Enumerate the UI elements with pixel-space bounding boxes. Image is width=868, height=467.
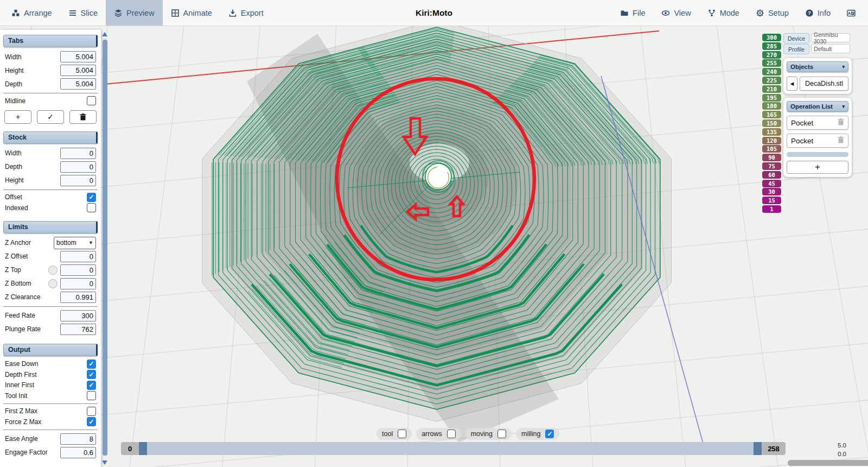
add-tab-button[interactable]: +	[4, 110, 31, 124]
operation-item-pocket-1[interactable]: Pocket	[787, 134, 848, 148]
z-level-45[interactable]: 45	[762, 180, 781, 187]
z-level-30[interactable]: 30	[762, 188, 781, 195]
trash-icon[interactable]	[838, 118, 844, 128]
operation-item-pocket-0[interactable]: Pocket	[787, 116, 848, 130]
confirm-tabs-button[interactable]: ✓	[37, 110, 64, 124]
timeline-slider[interactable]: 0 258	[121, 442, 786, 455]
readout-bottom: 0.0	[811, 450, 846, 458]
row-engage-factor: Engage Factor	[3, 446, 98, 459]
offset-checkbox[interactable]	[87, 193, 96, 202]
z-bottom-label: Z Bottom	[5, 280, 31, 287]
z-level-165[interactable]: 165	[762, 111, 781, 118]
milling-checkbox[interactable]	[545, 430, 554, 438]
z-clearance-input[interactable]	[60, 292, 96, 303]
tool-init-checkbox[interactable]	[87, 391, 96, 400]
depth-first-checkbox[interactable]	[87, 370, 96, 379]
arrows-checkbox[interactable]	[447, 430, 456, 438]
panel-header-limits[interactable]: Limits	[3, 221, 98, 234]
profile-value[interactable]: Default	[811, 44, 850, 53]
z-level-1[interactable]: 1	[762, 205, 781, 213]
toolbar-info-button[interactable]: ?Info	[797, 0, 839, 26]
toolbar-preview-button[interactable]: Preview	[106, 0, 163, 26]
height-input[interactable]	[60, 65, 96, 76]
slider-left-handle[interactable]	[139, 442, 147, 455]
arrange-icon	[11, 9, 20, 17]
z-level-300[interactable]: 300	[762, 34, 781, 41]
z-level-75[interactable]: 75	[762, 162, 781, 170]
z-anchor-select[interactable]: bottom▼	[54, 237, 96, 249]
width-input[interactable]	[60, 51, 96, 62]
kirimoto-app: ArrangeSlicePreviewAnimateExport Kiri:Mo…	[0, 0, 868, 467]
toolbar-animate-button[interactable]: Animate	[163, 0, 220, 26]
panel-header-tabs[interactable]: Tabs	[3, 35, 98, 47]
width-input[interactable]	[60, 148, 96, 159]
z-level-90[interactable]: 90	[762, 154, 781, 161]
device-value[interactable]: Genmitsu 3030	[811, 33, 850, 42]
toolbar-file-button[interactable]: File	[612, 0, 653, 26]
midline-checkbox[interactable]	[87, 96, 96, 105]
operation-list-label: Operation List	[790, 103, 833, 110]
trash-icon[interactable]	[838, 136, 844, 146]
scroll-down-icon[interactable]	[102, 460, 107, 465]
scrollbar-thumb[interactable]	[103, 40, 107, 456]
toolbar-translate-icon-button[interactable]: A7	[839, 0, 864, 26]
scroll-up-icon[interactable]	[102, 32, 107, 36]
z-level-210[interactable]: 210	[762, 85, 781, 93]
plunge-rate-input[interactable]	[60, 324, 96, 335]
object-file-name[interactable]: DecaDish.stl	[800, 77, 848, 91]
first-z-max-checkbox[interactable]	[87, 407, 96, 416]
z-level-105[interactable]: 105	[762, 145, 781, 153]
ease-down-checkbox[interactable]	[87, 359, 96, 369]
ease-angle-input[interactable]	[60, 433, 96, 445]
z-bottom-input[interactable]	[60, 278, 96, 289]
toolbar-arrange-button[interactable]: Arrange	[3, 0, 60, 26]
z-level-60[interactable]: 60	[762, 171, 781, 179]
z-level-150[interactable]: 150	[762, 119, 781, 127]
toolbar-view-button[interactable]: View	[653, 0, 699, 26]
tool-checkbox[interactable]	[398, 430, 406, 438]
toolbar-label: Setup	[768, 9, 789, 17]
height-input[interactable]	[60, 175, 96, 186]
z-level-225[interactable]: 225	[762, 77, 781, 84]
inner-first-checkbox[interactable]	[87, 381, 96, 390]
z-level-180[interactable]: 180	[762, 102, 781, 110]
z-bottom-radio[interactable]	[48, 279, 58, 288]
slider-right-handle[interactable]	[754, 442, 762, 455]
z-level-255[interactable]: 255	[762, 59, 781, 67]
operation-list-header[interactable]: Operation List ▾	[787, 101, 848, 112]
objects-header[interactable]: Objects ▾	[787, 61, 848, 72]
force-z-max-checkbox[interactable]	[87, 417, 96, 426]
z-level-195[interactable]: 195	[762, 94, 781, 102]
delete-tabs-button[interactable]	[69, 110, 97, 124]
toolbar-setup-button[interactable]: Setup	[748, 0, 797, 26]
z-offset-input[interactable]	[60, 251, 96, 262]
z-level-135[interactable]: 135	[762, 128, 781, 136]
render-toggles: toolarrowsmovingmilling	[376, 428, 559, 440]
panel-header-output[interactable]: Output	[3, 344, 98, 356]
operation-progress-bar	[787, 152, 848, 157]
depth-input[interactable]	[60, 78, 96, 90]
divider	[3, 190, 98, 190]
feed-rate-input[interactable]	[60, 310, 96, 321]
viewport-3d[interactable]	[0, 0, 868, 467]
depth-input[interactable]	[60, 161, 96, 173]
panel-header-stock[interactable]: Stock	[3, 131, 98, 144]
indexed-checkbox[interactable]	[87, 203, 96, 212]
z-level-285[interactable]: 285	[762, 42, 781, 50]
toolbar-slice-button[interactable]: Slice	[60, 0, 106, 26]
toolbar-export-button[interactable]: Export	[220, 0, 272, 26]
z-level-270[interactable]: 270	[762, 51, 781, 59]
engage-factor-input[interactable]	[60, 447, 96, 458]
add-operation-button[interactable]: +	[787, 161, 848, 174]
toolbar-mode-button[interactable]: Mode	[699, 0, 748, 26]
z-top-input[interactable]	[60, 264, 96, 276]
indexed-label: Indexed	[5, 204, 28, 212]
z-anchor-label: Z Anchor	[5, 239, 31, 247]
z-top-radio[interactable]	[48, 266, 58, 275]
moving-checkbox[interactable]	[497, 430, 506, 438]
panel-scrollbar[interactable]	[101, 30, 108, 467]
object-prev-button[interactable]: ◀	[787, 77, 797, 91]
z-level-120[interactable]: 120	[762, 137, 781, 144]
z-level-240[interactable]: 240	[762, 68, 781, 75]
z-level-15[interactable]: 15	[762, 197, 781, 204]
